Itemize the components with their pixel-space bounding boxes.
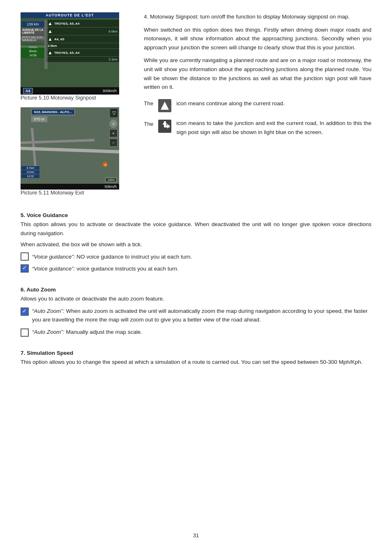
nav1-left-info: 139 km AVENUE DE LA LIBERTÉ PONT-NELSON … [21, 21, 44, 58]
nav1-speed: 300km/h [102, 89, 117, 93]
nav1-bottom-bar: A4 300km/h [21, 87, 119, 95]
nav1-road-row-4: 3.5km [46, 43, 119, 49]
arrow-up-icon [158, 99, 171, 115]
pic-511-caption: Picture 5.11 Motorway Exit [21, 190, 136, 196]
nav1-arrow-2: ▲ [48, 28, 53, 34]
pic-510-caption: Picture 5.10 Motorway Signpost [21, 95, 136, 101]
arrow-junction-icon [158, 120, 171, 136]
section5-body2: When activated, the box will be shown wi… [21, 240, 371, 249]
nav1-road-name-3: A4, A5 [54, 37, 65, 41]
right-para3: While you are currently navigating a pla… [144, 56, 371, 91]
nav1-dist-2: 3.1km [108, 58, 118, 61]
nav1-arrow-1: ▲ [48, 21, 53, 26]
section6-checkbox1-text: “Auto Zoom”: When auto zoom is activated… [32, 307, 371, 324]
nav1-road-row-2: ▲ 6.0km [46, 28, 119, 35]
section5-title: 5. Voice Guidance [21, 212, 371, 218]
section5-body1: This option allows you to activate or de… [21, 220, 371, 238]
nav2-zoom-out[interactable]: − [109, 139, 118, 147]
nav2-top-sign: N19, MAISONS - ALFO... [31, 109, 75, 115]
icon-row-1: The icon means continue along the curren… [144, 99, 371, 115]
nav1-road-name-1: TROYES, A5, A4 [54, 22, 80, 25]
section-5: 5. Voice Guidance This option allows you… [21, 212, 371, 277]
section5-checkbox2-row: “Voice guidance”: voice guidance instruc… [21, 264, 371, 273]
icon-row-2: The icon means to take the junction and … [144, 119, 371, 136]
section5-checkbox1[interactable] [21, 252, 29, 261]
nav1-road-name-5: TROYES, A5, A4 [54, 51, 80, 55]
nav2-controls: ⊙ + − [109, 120, 118, 147]
section6-title: 6. Auto Zoom [21, 287, 371, 293]
nav1-km-box: 139 km [21, 21, 44, 27]
nav2-time-remaining: 11min [21, 170, 39, 174]
icon-line2-text: icon means to take the junction and exit… [176, 119, 371, 136]
section6-body1: Allows you to activate or deactivate the… [21, 294, 371, 303]
nav1-dist-1: 6.0km [108, 30, 118, 33]
icon-line1-text: icon means continue along the current ro… [176, 99, 284, 108]
nav1-road-name-4: 3.5km [48, 44, 57, 48]
section5-checkbox1-row: “Voice guidance”: NO voice guidance to i… [21, 252, 371, 261]
section-6: 6. Auto Zoom Allows you to activate or d… [21, 287, 371, 340]
icon-line2-pre: The [144, 120, 153, 129]
section6-checkbox2-row: “Auto Zoom”: Manually adjust the map sca… [21, 328, 371, 337]
nav1-time: 14:58 [23, 53, 43, 58]
nav-screenshot-2: N19, MAISONS - ALFO... 870 m ▽ ⊙ + − ● [21, 107, 119, 190]
nav2-compass[interactable]: ⊙ [109, 120, 118, 128]
section6-checkbox1-row: “Auto Zoom”: When auto zoom is activated… [21, 307, 371, 324]
nav2-zoom-in[interactable]: + [109, 129, 118, 137]
nav2-bottom-bar: 50km/h [21, 184, 119, 190]
section5-checkbox2[interactable] [21, 264, 29, 273]
nav2-dist-box: 870 m [31, 116, 47, 122]
section7-title: 7. Simulation Speed [21, 350, 371, 356]
page-number: 31 [21, 524, 371, 539]
section6-checkbox2-text: “Auto Zoom”: Manually adjust the map sca… [32, 328, 371, 337]
nav1-road-row-6: 3.1km [46, 57, 119, 62]
nav2-clock: 14:32 [21, 174, 39, 178]
section6-checkbox1[interactable] [21, 308, 29, 316]
section5-checkbox2-text: “Voice guidance”: voice guidance instruc… [32, 264, 371, 273]
nav1-road-row-3: ▲ A4, A5 [46, 35, 119, 43]
nav-screenshot-1: AUTOROUTE DE L'EST ▲ TROYES, A5, A4 ▲ 6.… [21, 12, 119, 95]
nav1-arrow-3: ▲ [48, 36, 53, 42]
section-7: 7. Simulation Speed This option allows y… [21, 350, 371, 369]
nav1-road-row-1: ▲ TROYES, A5, A4 [46, 20, 119, 28]
section7-body1: This option allows you to change the spe… [21, 358, 371, 367]
nav2-gps-dot: ● [103, 162, 108, 167]
nav1-total-min: 90min [23, 49, 43, 53]
right-para2: When switched on this option does two th… [144, 25, 371, 52]
nav2-dist-remaining: 9.7km [21, 166, 39, 170]
right-para1: 4. Motorway Signpost: turn on/off the fu… [144, 12, 371, 21]
nav1-top-bar: AUTOROUTE DE L'EST [21, 12, 119, 18]
icon-line1-pre: The [144, 99, 153, 108]
nav1-road-row-5: ▲ TROYES, A5, A4 [46, 49, 119, 57]
nav1-arrow-4: ▲ [48, 50, 53, 56]
nav2-scale: 100m [105, 178, 117, 182]
section5-checkbox1-text: “Voice guidance”: NO voice guidance to i… [32, 252, 371, 261]
nav2-left-info: 9.7km 11min 14:32 [21, 166, 39, 178]
nav2-speed: 50km/h [104, 185, 117, 189]
nav2-direction-indicator: ▽ [110, 109, 118, 117]
right-column: 4. Motorway Signpost: turn on/off the fu… [144, 12, 371, 202]
section6-checkbox2[interactable] [21, 328, 29, 337]
nav1-road-badge: A4 [23, 88, 33, 94]
